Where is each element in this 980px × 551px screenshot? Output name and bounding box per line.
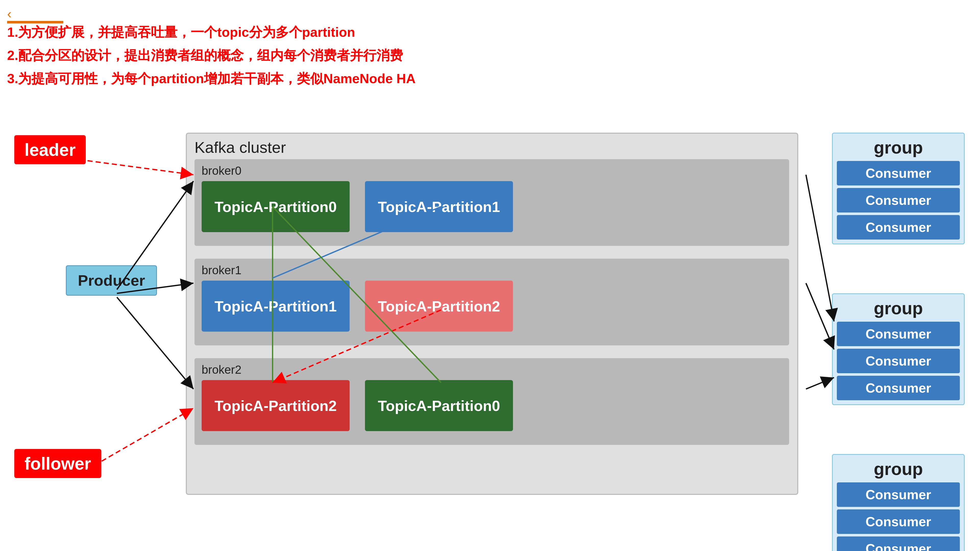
svg-line-2 bbox=[117, 297, 193, 389]
note-line-1: 1.为方便扩展，并提高吞吐量，一个topic分为多个partition bbox=[7, 23, 416, 41]
broker2-partition0: TopicA-Partition2 bbox=[202, 380, 350, 431]
svg-line-10 bbox=[806, 283, 834, 349]
group2-consumer-3: Consumer bbox=[837, 376, 960, 400]
broker0-partition0: TopicA-Partition0 bbox=[202, 181, 350, 232]
svg-line-11 bbox=[806, 378, 834, 389]
broker0-partitions: TopicA-Partition0 TopicA-Partition1 bbox=[202, 181, 782, 232]
group3-consumer-2: Consumer bbox=[837, 510, 960, 534]
svg-line-3 bbox=[88, 161, 193, 175]
group2-consumer-1: Consumer bbox=[837, 322, 960, 346]
leader-label: leader bbox=[14, 135, 86, 164]
group1-consumer-1: Consumer bbox=[837, 161, 960, 186]
broker1-label: broker1 bbox=[202, 263, 782, 277]
group2-consumer-2: Consumer bbox=[837, 349, 960, 373]
group2-title: group bbox=[837, 298, 960, 318]
group1-consumer-3: Consumer bbox=[837, 215, 960, 240]
group3-title: group bbox=[837, 459, 960, 479]
group1-title: group bbox=[837, 138, 960, 157]
back-arrow[interactable]: ‹ bbox=[7, 7, 11, 21]
follower-label: follower bbox=[14, 449, 101, 478]
group1-consumer-2: Consumer bbox=[837, 188, 960, 213]
notes-section: 1.为方便扩展，并提高吞吐量，一个topic分为多个partition 2.配合… bbox=[7, 23, 416, 92]
broker1-partitions: TopicA-Partition1 TopicA-Partition2 bbox=[202, 281, 782, 332]
producer-box: Producer bbox=[66, 265, 157, 295]
kafka-cluster: Kafka cluster broker0 TopicA-Partition0 … bbox=[186, 133, 798, 495]
broker2-partitions: TopicA-Partition2 TopicA-Partition0 bbox=[202, 380, 782, 431]
broker-row-2: broker2 TopicA-Partition2 TopicA-Partiti… bbox=[194, 358, 789, 445]
broker0-partition1: TopicA-Partition1 bbox=[365, 181, 513, 232]
broker-row-1: broker1 TopicA-Partition1 TopicA-Partiti… bbox=[194, 259, 789, 345]
broker1-partition0: TopicA-Partition1 bbox=[202, 281, 350, 332]
broker2-partition1: TopicA-Partition0 bbox=[365, 380, 513, 431]
group3-consumer-1: Consumer bbox=[837, 483, 960, 507]
group-2: group Consumer Consumer Consumer bbox=[832, 293, 965, 405]
diagram: leader follower Producer Kafka cluster b… bbox=[7, 100, 972, 533]
note-line-2: 2.配合分区的设计，提出消费者组的概念，组内每个消费者并行消费 bbox=[7, 46, 416, 65]
svg-line-9 bbox=[806, 175, 834, 321]
broker2-label: broker2 bbox=[202, 363, 782, 376]
svg-line-4 bbox=[88, 408, 193, 469]
kafka-cluster-label: Kafka cluster bbox=[194, 138, 286, 156]
group-1: group Consumer Consumer Consumer bbox=[832, 133, 965, 245]
broker-row-0: broker0 TopicA-Partition0 TopicA-Partiti… bbox=[194, 159, 789, 246]
broker1-partition1: TopicA-Partition2 bbox=[365, 281, 513, 332]
group3-consumer-3: Consumer bbox=[837, 537, 960, 551]
note-line-3: 3.为提高可用性，为每个partition增加若干副本，类似NameNode H… bbox=[7, 69, 416, 88]
broker0-label: broker0 bbox=[202, 164, 782, 178]
group-3: group Consumer Consumer Consumer bbox=[832, 454, 965, 551]
